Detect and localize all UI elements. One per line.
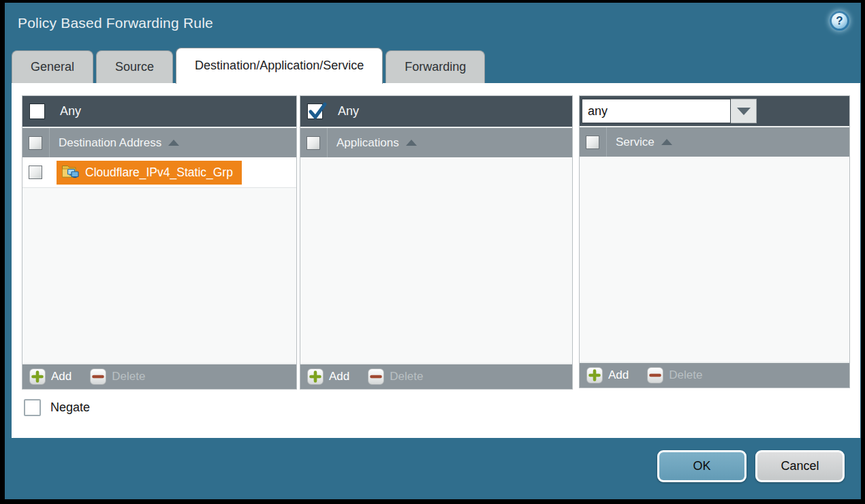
plus-icon (29, 368, 46, 385)
applications-header-label: Applications (336, 136, 399, 150)
minus-icon (647, 367, 663, 383)
applications-list (300, 157, 572, 363)
minus-icon (90, 368, 106, 385)
header-divider (606, 127, 607, 157)
destination-any-checkbox[interactable] (29, 104, 45, 119)
help-icon[interactable]: ? (830, 11, 849, 31)
dialog-titlebar: Policy Based Forwarding Rule ? (5, 3, 861, 46)
destination-header-label: Destination Address (59, 136, 161, 150)
ok-button[interactable]: OK (657, 450, 746, 482)
service-delete-button[interactable]: Delete (647, 367, 702, 383)
tab-destination-application-service[interactable]: Destination/Application/Service (176, 48, 383, 84)
service-column: Service Add Delete (579, 95, 850, 388)
destination-list: Cloudflare_IPv4_Static_Grp (22, 157, 296, 363)
service-dropdown-input[interactable] (582, 99, 731, 123)
address-group-icon (61, 163, 80, 182)
destination-address-column: Any Destination Address (22, 95, 297, 390)
cancel-button[interactable]: Cancel (755, 450, 845, 482)
negate-label: Negate (50, 400, 90, 415)
applications-footer: Add Delete (300, 363, 572, 389)
tab-bar: General Source Destination/Application/S… (12, 48, 485, 84)
minus-icon (368, 368, 384, 385)
destination-delete-button[interactable]: Delete (90, 368, 145, 385)
applications-any-bar: Any (300, 96, 572, 127)
tab-source[interactable]: Source (96, 50, 173, 84)
plus-icon (586, 367, 603, 383)
destination-column-header[interactable]: Destination Address (22, 127, 296, 157)
destination-select-all-checkbox[interactable] (29, 136, 42, 150)
destination-item-name: Cloudflare_IPv4_Static_Grp (85, 166, 233, 180)
service-select-all-checkbox[interactable] (586, 136, 599, 149)
sort-ascending-icon (168, 140, 179, 146)
tab-general[interactable]: General (12, 50, 93, 84)
service-list (580, 157, 849, 362)
plus-icon (307, 368, 324, 385)
applications-any-label: Any (338, 104, 359, 119)
destination-item-selected[interactable]: Cloudflare_IPv4_Static_Grp (57, 161, 242, 185)
dialog-button-row: OK Cancel (657, 450, 845, 482)
header-divider (49, 128, 50, 157)
service-footer: Add Delete (580, 362, 849, 388)
applications-column: Any Applications Add (300, 95, 573, 390)
applications-select-all-checkbox[interactable] (306, 136, 320, 150)
destination-add-button[interactable]: Add (29, 368, 72, 385)
policy-based-forwarding-dialog: Policy Based Forwarding Rule ? General S… (5, 3, 861, 499)
destination-list-item[interactable]: Cloudflare_IPv4_Static_Grp (22, 157, 296, 188)
header-divider (327, 128, 328, 157)
negate-row: Negate (24, 399, 90, 416)
applications-any-checkbox[interactable] (307, 104, 323, 119)
destination-footer: Add Delete (22, 363, 296, 389)
sort-ascending-icon (406, 140, 417, 146)
destination-any-label: Any (60, 104, 81, 119)
service-dropdown-button[interactable] (731, 99, 757, 123)
tab-content-panel: Any Destination Address (12, 83, 860, 438)
applications-column-header[interactable]: Applications (300, 127, 572, 157)
applications-add-button[interactable]: Add (307, 368, 349, 385)
service-column-header[interactable]: Service (580, 126, 849, 157)
destination-item-checkbox[interactable] (29, 166, 42, 179)
dialog-title: Policy Based Forwarding Rule (18, 15, 213, 31)
checkmark-icon (307, 101, 328, 122)
chevron-down-icon (737, 108, 751, 115)
applications-delete-button[interactable]: Delete (368, 368, 423, 385)
negate-checkbox[interactable] (24, 399, 41, 416)
service-dropdown-bar (580, 96, 849, 126)
tab-forwarding[interactable]: Forwarding (386, 50, 485, 84)
destination-any-bar: Any (22, 96, 296, 127)
service-header-label: Service (616, 136, 655, 149)
screenshot-frame: Policy Based Forwarding Rule ? General S… (0, 0, 865, 504)
sort-ascending-icon (661, 139, 672, 145)
service-add-button[interactable]: Add (586, 367, 629, 383)
